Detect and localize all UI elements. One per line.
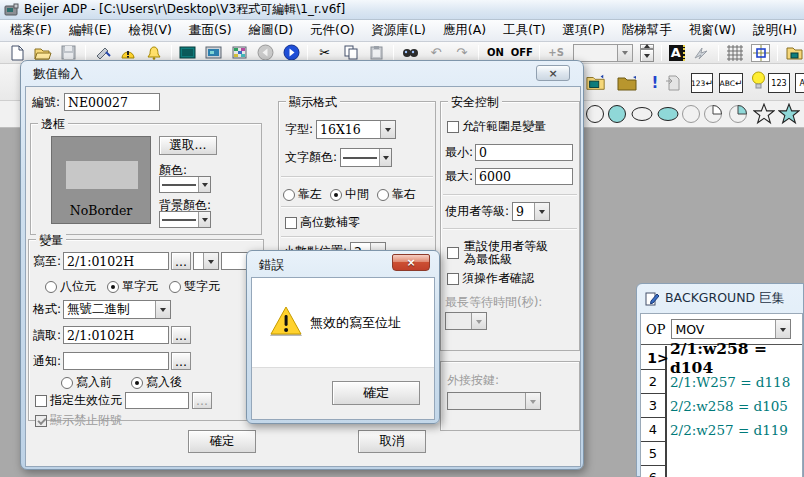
border-color-dropdown[interactable]	[198, 177, 210, 192]
macro-row-4[interactable]: 4 2/2:w257 = d119	[641, 418, 802, 442]
draw-tool-icon[interactable]	[93, 44, 112, 62]
show-prohibit-checkbox[interactable]	[35, 415, 47, 427]
flash-element-icon[interactable]	[692, 44, 711, 62]
menu-application[interactable]: 應用(A)	[443, 22, 486, 39]
dialog-ok-button[interactable]: 確定	[188, 430, 256, 453]
max-wait-dropdown[interactable]	[471, 313, 486, 329]
state-combobox[interactable]	[573, 44, 633, 62]
new-file-icon[interactable]	[8, 44, 27, 62]
menu-window[interactable]: 視窗(W)	[689, 22, 736, 39]
read-input[interactable]: 2/1:0102H	[63, 326, 169, 344]
macro-op-dropdown[interactable]	[775, 320, 790, 338]
border-color-combobox[interactable]	[159, 176, 211, 193]
library-folder-icon[interactable]	[785, 44, 804, 62]
bell-icon[interactable]	[145, 44, 164, 62]
notify-input[interactable]	[63, 352, 169, 370]
format-combobox[interactable]: 無號二進制	[63, 300, 171, 319]
compile-icon[interactable]: !	[645, 74, 665, 92]
open-file-icon[interactable]	[34, 44, 53, 62]
pad-zero-checkbox[interactable]	[285, 217, 297, 229]
macro-row-2[interactable]: 2 2/1:W257 = d118	[641, 370, 802, 394]
pie-filled-tool[interactable]	[728, 104, 748, 124]
macro-row-6[interactable]: 6	[641, 466, 802, 477]
macro-op-combobox[interactable]: MOV	[671, 319, 791, 339]
radio-write-before[interactable]	[61, 377, 73, 389]
save-icon[interactable]	[60, 44, 79, 62]
redo-icon[interactable]: ↷	[452, 44, 471, 62]
macro-folder-icon[interactable]	[617, 74, 637, 92]
font-combobox[interactable]: 16X16	[316, 120, 396, 139]
ascii-display-element-icon[interactable]: AB	[795, 73, 804, 93]
screen-icon[interactable]	[179, 44, 198, 62]
border-bg-color-combobox[interactable]	[159, 211, 211, 228]
menu-screen[interactable]: 畫面(S)	[189, 22, 232, 39]
state-off-button[interactable]: OFF	[512, 44, 532, 62]
text-element-icon[interactable]: A	[669, 45, 685, 61]
operator-confirm-checkbox[interactable]	[447, 273, 459, 285]
trigger-bit-checkbox[interactable]	[35, 395, 47, 407]
write-to-type-combobox[interactable]	[193, 252, 219, 270]
format-dropdown[interactable]	[155, 301, 170, 318]
state-spinner[interactable]	[640, 44, 654, 62]
ellipse-filled-tool[interactable]	[656, 104, 680, 124]
menu-options[interactable]: 選項(P)	[563, 22, 605, 39]
menu-edit[interactable]: 編輯(E)	[69, 22, 112, 39]
snap-grid-icon[interactable]	[751, 44, 770, 62]
star-filled-tool[interactable]	[778, 103, 800, 125]
lamp-element-icon[interactable]	[748, 72, 768, 90]
next-screen-icon[interactable]	[282, 44, 301, 62]
reset-user-level-checkbox[interactable]	[447, 247, 459, 259]
ascii-input-element-icon[interactable]: ABC↵	[719, 73, 743, 93]
error-ok-button[interactable]: 確定	[332, 381, 420, 405]
min-input[interactable]: 0	[475, 144, 573, 161]
circle-filled-tool[interactable]	[607, 104, 627, 124]
arc-tool[interactable]	[681, 104, 701, 124]
radio-align-left[interactable]	[283, 189, 295, 201]
menu-view[interactable]: 檢視(V)	[129, 22, 172, 39]
write-to-type-dropdown[interactable]	[203, 253, 218, 269]
notify-browse-button[interactable]: ...	[171, 352, 191, 370]
write-to-browse-button[interactable]: ...	[171, 252, 191, 270]
cut-icon[interactable]: ✂	[315, 44, 334, 62]
dialog-close-button[interactable]: ×	[536, 65, 570, 81]
menu-ladder-helper[interactable]: 階梯幫手	[622, 22, 672, 39]
external-key-combobox[interactable]	[447, 392, 541, 410]
state-on-button[interactable]: ON	[486, 44, 505, 62]
user-level-combobox[interactable]: 9	[512, 202, 550, 221]
grid-icon[interactable]	[726, 44, 745, 62]
max-wait-combobox[interactable]	[445, 312, 487, 330]
doc-transfer-icon[interactable]	[663, 74, 683, 92]
circle-outline-tool[interactable]	[585, 104, 605, 124]
border-bg-color-dropdown[interactable]	[198, 212, 210, 227]
numeric-input-element-icon[interactable]: 123↵	[691, 73, 713, 93]
numeric-display-element-icon[interactable]: 123	[768, 73, 790, 93]
error-close-button[interactable]: ×	[392, 254, 430, 271]
state-combobox-dropdown[interactable]	[617, 45, 632, 61]
radio-write-after[interactable]	[131, 377, 143, 389]
range-variable-checkbox[interactable]	[447, 121, 459, 133]
paste-icon[interactable]	[367, 44, 386, 62]
menu-draw[interactable]: 繪圖(D)	[249, 22, 293, 39]
menu-library[interactable]: 資源庫(L)	[372, 22, 426, 39]
menu-help[interactable]: 說明(H)	[753, 22, 797, 39]
user-level-dropdown[interactable]	[534, 203, 549, 220]
copy-icon[interactable]	[341, 44, 360, 62]
border-select-button[interactable]: 選取...	[159, 136, 217, 155]
macro-row-5[interactable]: 5	[641, 442, 802, 466]
menu-tools[interactable]: 工具(T)	[503, 22, 545, 39]
max-input[interactable]: 6000	[475, 168, 573, 185]
undo-icon[interactable]: ↶	[426, 44, 445, 62]
radio-dword[interactable]	[169, 281, 181, 293]
write-to-input[interactable]: 2/1:0102H	[63, 252, 169, 270]
alarm-dome-icon[interactable]	[119, 44, 138, 62]
text-color-dropdown[interactable]	[379, 149, 391, 166]
dialog-cancel-button[interactable]: 取消	[358, 430, 426, 453]
trigger-bit-input[interactable]	[125, 392, 189, 409]
macro-row-3[interactable]: 3 2/2:w258 = d105	[641, 394, 802, 418]
radio-8bit[interactable]	[45, 281, 57, 293]
radio-align-center[interactable]	[330, 189, 342, 201]
pie-outline-tool[interactable]	[703, 104, 723, 124]
star-outline-tool[interactable]	[753, 103, 775, 125]
prev-screen-icon[interactable]	[256, 44, 275, 62]
pattern-screen-icon[interactable]	[230, 44, 249, 62]
